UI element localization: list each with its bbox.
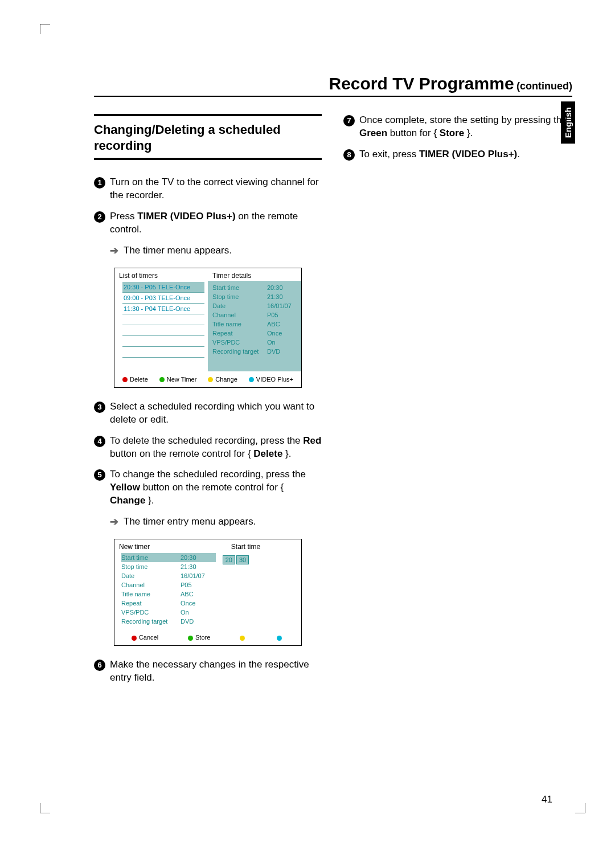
osd1-k: Repeat bbox=[212, 330, 264, 337]
osd2-v: Once bbox=[181, 600, 195, 607]
step-7-text: Once complete, store the setting by pres… bbox=[359, 114, 571, 140]
osd2-action: Cancel bbox=[139, 634, 158, 641]
osd1-k: VPS/PDC bbox=[212, 339, 264, 346]
arrow-icon: ➔ bbox=[110, 515, 119, 529]
osd2-v: P05 bbox=[181, 582, 192, 588]
osd1-v: DVD bbox=[267, 348, 280, 355]
osd2-v: DVD bbox=[181, 618, 194, 625]
osd2-k: Start time bbox=[121, 554, 178, 561]
step-4: 4 To delete the scheduled recording, pre… bbox=[94, 435, 322, 461]
osd2-time-m: 30 bbox=[236, 555, 249, 564]
osd1-k: Title name bbox=[212, 321, 264, 327]
page-title: Record TV Programme bbox=[329, 74, 514, 93]
red-dot-icon bbox=[132, 636, 137, 641]
osd1-actions: Delete New Timer Change VIDEO Plus+ bbox=[114, 371, 301, 387]
osd2-time-h: 20 bbox=[223, 555, 235, 564]
step-2: 2 Press TIMER (VIDEO Plus+) on the remot… bbox=[94, 210, 322, 236]
osd1-v: ABC bbox=[267, 321, 280, 327]
osd1-action: Change bbox=[215, 376, 237, 383]
step-8: 8 To exit, press TIMER (VIDEO Plus+). bbox=[343, 148, 571, 161]
crop-mark-br bbox=[575, 803, 585, 813]
step-number-icon: 1 bbox=[94, 177, 105, 189]
osd2-actions: Cancel Store bbox=[114, 629, 301, 645]
timer-list-osd: List of timers Timer details 20:30 - P05… bbox=[114, 268, 302, 388]
page-title-continued: (continued) bbox=[516, 80, 572, 92]
osd1-action: New Timer bbox=[167, 376, 197, 383]
step-number-icon: 3 bbox=[94, 402, 105, 413]
osd1-v: On bbox=[267, 339, 276, 346]
yellow-dot-icon bbox=[240, 636, 245, 641]
osd1-row: 11:30 - P04 TELE-Once bbox=[122, 304, 204, 314]
green-dot-icon bbox=[159, 377, 165, 382]
osd2-v: On bbox=[181, 609, 189, 616]
osd2-h2: Start time bbox=[227, 539, 301, 552]
step-1-text: Turn on the TV to the correct viewing ch… bbox=[110, 176, 322, 202]
step-1: 1 Turn on the TV to the correct viewing … bbox=[94, 176, 322, 202]
osd2-v: ABC bbox=[181, 591, 194, 597]
subheading-divider: Changing/Deleting a scheduled recording bbox=[94, 114, 322, 160]
step-number-icon: 8 bbox=[343, 149, 355, 161]
osd1-row: 09:00 - P03 TELE-Once bbox=[122, 293, 204, 304]
osd2-h1: New timer bbox=[114, 539, 227, 552]
osd1-row: 20:30 - P05 TELE-Once bbox=[122, 282, 204, 293]
left-column: Changing/Deleting a scheduled recording … bbox=[94, 114, 322, 693]
step-number-icon: 4 bbox=[94, 436, 105, 447]
osd2-k: Channel bbox=[121, 582, 178, 588]
osd1-h1: List of timers bbox=[114, 268, 208, 281]
osd2-k: Title name bbox=[121, 591, 178, 597]
osd1-v: P05 bbox=[267, 312, 278, 318]
green-dot-icon bbox=[188, 636, 193, 641]
red-dot-icon bbox=[122, 377, 128, 382]
arrow-icon: ➔ bbox=[110, 244, 119, 257]
osd1-h2: Timer details bbox=[208, 268, 301, 281]
osd2-v: 16/01/07 bbox=[181, 572, 205, 579]
osd1-v: 21:30 bbox=[267, 293, 283, 300]
osd1-list: 20:30 - P05 TELE-Once 09:00 - P03 TELE-O… bbox=[114, 281, 208, 371]
crop-mark-bl bbox=[40, 803, 50, 813]
cyan-dot-icon bbox=[277, 636, 282, 641]
step-7: 7 Once complete, store the setting by pr… bbox=[343, 114, 571, 140]
osd2-action: Store bbox=[195, 634, 210, 641]
step-5-result-text: The timer entry menu appears. bbox=[124, 515, 256, 529]
osd1-k: Channel bbox=[212, 312, 264, 318]
osd2-k: Recording target bbox=[121, 618, 178, 625]
osd2-k: Stop time bbox=[121, 563, 178, 570]
osd2-k: Date bbox=[121, 572, 178, 579]
osd1-action: Delete bbox=[130, 376, 148, 383]
step-number-icon: 5 bbox=[94, 469, 105, 481]
osd2-v: 21:30 bbox=[181, 563, 196, 570]
step-number-icon: 2 bbox=[94, 211, 105, 223]
step-5-result: ➔ The timer entry menu appears. bbox=[110, 515, 322, 529]
right-column: 7 Once complete, store the setting by pr… bbox=[343, 114, 571, 693]
cyan-dot-icon bbox=[249, 377, 254, 382]
step-6: 6 Make the necessary changes in the resp… bbox=[94, 658, 322, 685]
step-2-result: ➔ The timer menu appears. bbox=[110, 244, 322, 257]
step-3-text: Select a scheduled recording which you w… bbox=[110, 400, 322, 427]
new-timer-osd: New timer Start time Start time20:30 Sto… bbox=[114, 539, 302, 646]
step-number-icon: 6 bbox=[94, 660, 105, 671]
step-6-text: Make the necessary changes in the respec… bbox=[110, 658, 322, 685]
page-header: Record TV Programme (continued) bbox=[94, 74, 572, 97]
osd1-k: Date bbox=[212, 302, 264, 309]
osd1-details: Start time20:30 Stop time21:30 Date16/01… bbox=[208, 281, 301, 371]
osd1-k: Stop time bbox=[212, 293, 264, 300]
osd1-action: VIDEO Plus+ bbox=[256, 376, 293, 383]
section-heading: Changing/Deleting a scheduled recording bbox=[94, 122, 322, 153]
step-5: 5 To change the scheduled recording, pre… bbox=[94, 468, 322, 507]
osd2-time-editor: 2030 bbox=[219, 552, 301, 629]
step-number-icon: 7 bbox=[343, 115, 355, 126]
page-number: 41 bbox=[542, 794, 552, 805]
step-4-text: To delete the scheduled recording, press… bbox=[110, 435, 322, 461]
osd1-v: Once bbox=[267, 330, 282, 337]
step-8-text: To exit, press TIMER (VIDEO Plus+). bbox=[359, 148, 520, 161]
osd1-v: 16/01/07 bbox=[267, 302, 292, 309]
osd1-k: Start time bbox=[212, 284, 264, 291]
osd1-k: Recording target bbox=[212, 348, 264, 355]
step-3: 3 Select a scheduled recording which you… bbox=[94, 400, 322, 427]
osd2-fields: Start time20:30 Stop time21:30 Date16/01… bbox=[114, 552, 219, 629]
osd2-v: 20:30 bbox=[181, 554, 196, 561]
osd1-v: 20:30 bbox=[267, 284, 283, 291]
step-2-result-text: The timer menu appears. bbox=[124, 244, 232, 257]
step-5-text: To change the scheduled recording, press… bbox=[110, 468, 322, 507]
osd2-k: VPS/PDC bbox=[121, 609, 178, 616]
